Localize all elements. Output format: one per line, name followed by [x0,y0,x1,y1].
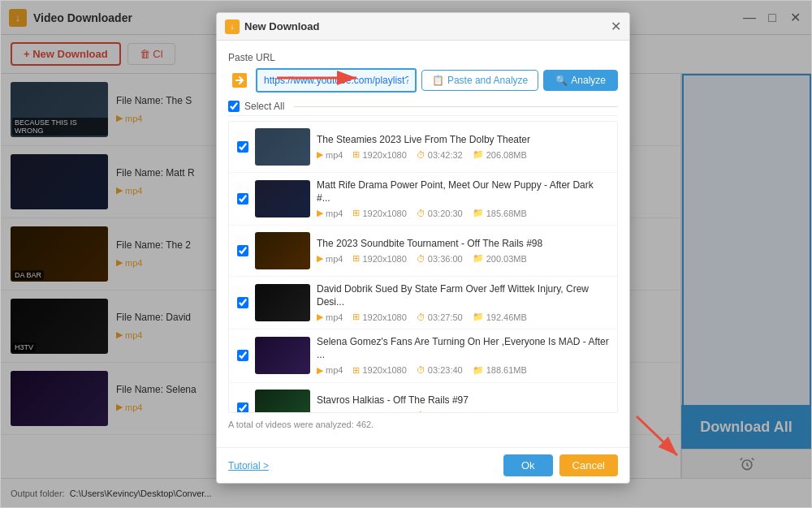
format-icon: ▶ [317,149,323,160]
video-title: Matt Rife Drama Power Point, Meet Our Ne… [317,179,609,204]
select-all-label: Select All [244,101,284,112]
video-title: The Steamies 2023 Live From The Dolby Th… [317,134,609,147]
modal-body: Paste URL 📋 Paste and Analyze 🔍 🔍 Analyz… [217,41,629,447]
video-list: The Steamies 2023 Live From The Dolby Th… [228,121,618,413]
meta-resolution: ⊞1920x1080 [352,208,406,218]
clock-icon: ⏱ [417,150,425,160]
modal-dialog: ↓ New Download ✕ Paste URL 📋 Paste and A… [216,12,630,484]
meta-resolution: ⊞1920x1080 [352,365,406,376]
folder-icon: 📁 [473,149,484,160]
modal-title: New Download [244,20,319,32]
resolution-icon: ⊞ [352,149,360,160]
video-checkbox[interactable] [237,141,248,153]
video-checkbox[interactable] [237,193,248,204]
footer-buttons: Ok Cancel [503,454,618,476]
meta-resolution: ⊞1920x1080 [352,411,406,413]
meta-size: 📁206.08MB [473,149,527,160]
video-thumbnail [255,180,310,217]
meta-format: ▶mp4 [317,312,343,322]
video-thumbnail [255,128,310,166]
app-window: ↓ Video Downloader — □ ✕ + New Download … [0,0,812,508]
video-thumbnail [255,337,310,374]
video-list-item: Selena Gomez's Fans Are Turning On Her ,… [229,329,617,382]
video-details: Stavros Halkias - Off The Rails #97 ▶mp4… [317,394,609,413]
paste-analyze-button[interactable]: 📋 Paste and Analyze [421,70,538,91]
tutorial-link[interactable]: Tutorial > [228,460,269,471]
video-list-item: Matt Rife Drama Power Point, Meet Our Ne… [229,173,617,226]
search-icon: 🔍 [555,75,568,86]
video-meta: ▶mp4 ⊞1920x1080 ⏱03:23:40 📁188.61MB [317,365,609,376]
video-meta: ▶mp4 ⊞1920x1080 ⏱03:36:00 📁200.03MB [317,253,609,264]
video-title: Stavros Halkias - Off The Rails #97 [317,394,609,407]
video-list-item: The 2023 Soundbite Tournament - Off The … [229,226,617,277]
video-list-item: Stavros Halkias - Off The Rails #97 ▶mp4… [229,383,617,413]
video-thumbnail [255,284,310,321]
video-list-item: The Steamies 2023 Live From The Dolby Th… [229,122,617,173]
meta-format: ▶mp4 [317,365,343,376]
video-checkbox[interactable] [237,245,248,256]
meta-resolution: ⊞1920x1080 [352,312,406,322]
video-title: The 2023 Soundbite Tournament - Off The … [317,238,609,251]
modal-title-left: ↓ New Download [225,19,319,34]
ok-button[interactable]: Ok [503,454,553,476]
meta-size: 📁200.03MB [473,253,527,264]
paste-url-label: Paste URL [228,52,618,63]
video-title: David Dobrik Sued By State Farm Over Jef… [317,283,609,308]
url-input[interactable] [256,68,417,93]
meta-duration: ⏱03:13:00 [417,411,463,413]
modal-close-button[interactable]: ✕ [611,19,621,34]
meta-format: ▶mp4 [317,208,343,218]
video-title: Selena Gomez's Fans Are Turning On Her ,… [317,336,609,361]
video-thumbnail [255,232,310,269]
meta-duration: ⏱03:23:40 [417,365,463,375]
url-icon [228,69,251,92]
cancel-button[interactable]: Cancel [559,454,618,476]
meta-size: 📁185.68MB [473,208,527,218]
select-all-row: Select All [228,101,618,116]
video-meta: ▶mp4 ⊞1920x1080 ⏱03:20:30 📁185.68MB [317,208,609,218]
video-checkbox[interactable] [237,297,248,308]
divider [294,106,618,107]
meta-duration: ⏱03:36:00 [417,254,463,264]
meta-resolution: ⊞1920x1080 [352,253,406,264]
modal-footer: Tutorial > Ok Cancel [217,447,629,483]
video-thumbnail [255,390,310,413]
meta-duration: ⏱03:27:50 [417,312,463,322]
meta-format: ▶mp4 [317,253,343,264]
video-checkbox[interactable] [237,403,248,413]
meta-duration: ⏱03:20:30 [417,209,463,218]
video-meta: ▶mp4 ⊞1920x1080 ⏱03:42:32 📁206.08MB [317,149,609,160]
meta-size: 📁188.61MB [473,365,527,376]
meta-size: 📁178.73MB [473,411,527,413]
video-meta: ▶mp4 ⊞1920x1080 ⏱03:13:00 📁178.73MB [317,411,609,413]
paste-icon: 📋 [432,75,444,86]
video-details: The Steamies 2023 Live From The Dolby Th… [317,134,609,161]
meta-format: ▶mp4 [317,411,343,413]
select-all-checkbox[interactable] [228,101,240,112]
meta-format: ▶mp4 [317,149,343,160]
video-list-item: David Dobrik Sued By State Farm Over Jef… [229,277,617,329]
video-details: The 2023 Soundbite Tournament - Off The … [317,238,609,265]
meta-duration: ⏱03:42:32 [417,150,463,160]
video-details: David Dobrik Sued By State Farm Over Jef… [317,283,609,322]
video-meta: ▶mp4 ⊞1920x1080 ⏱03:27:50 📁192.46MB [317,312,609,322]
modal-icon: ↓ [225,19,240,34]
video-details: Matt Rife Drama Power Point, Meet Our Ne… [317,179,609,218]
video-checkbox[interactable] [237,350,248,361]
analyze-button[interactable]: 🔍 🔍 Analyze Analyze [543,70,618,91]
meta-size: 📁192.46MB [473,312,527,322]
meta-resolution: ⊞1920x1080 [352,149,406,160]
video-details: Selena Gomez's Fans Are Turning On Her ,… [317,336,609,375]
modal-titlebar: ↓ New Download ✕ [217,13,629,41]
total-info: A total of videos were analyzed: 462. [228,420,618,429]
paste-url-row: 📋 Paste and Analyze 🔍 🔍 Analyze Analyze [228,68,618,93]
